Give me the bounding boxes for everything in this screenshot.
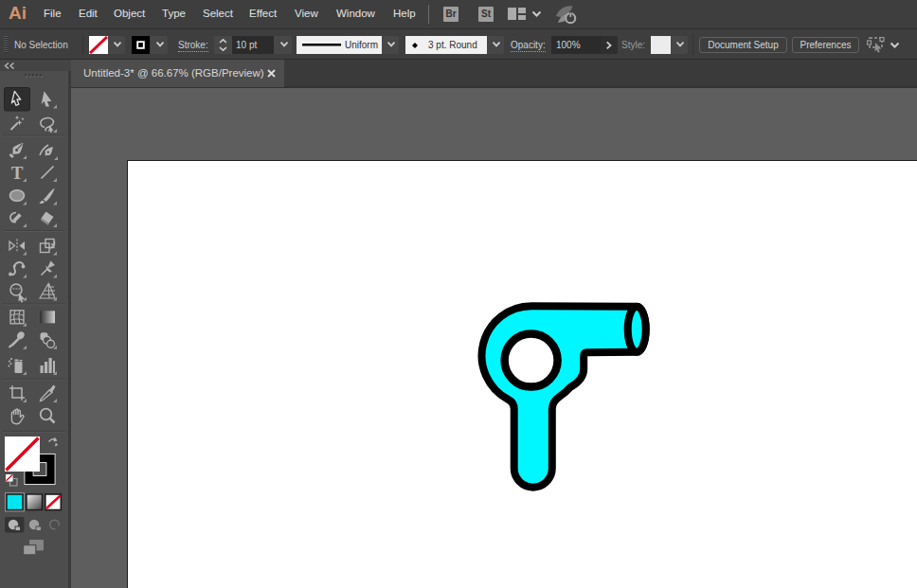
- svg-text:T: T: [11, 163, 24, 183]
